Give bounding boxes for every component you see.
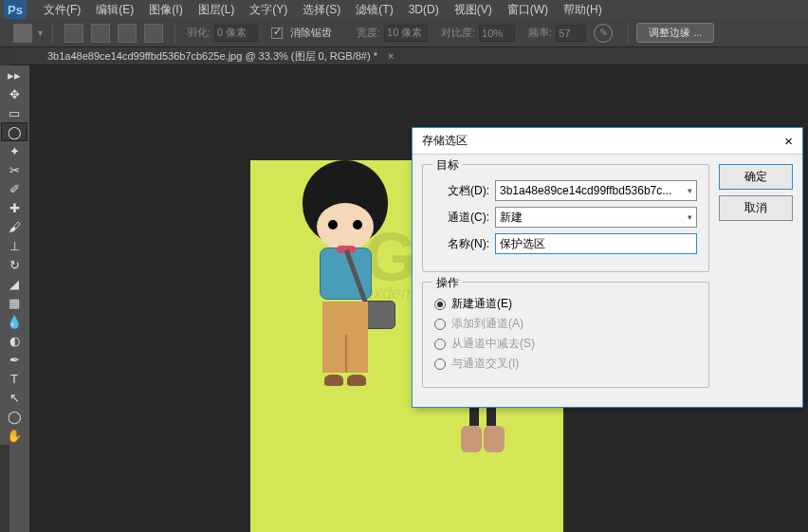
radio-intersect-channel: 与通道交叉(I) [434,356,697,372]
menu-select[interactable]: 选择(S) [295,2,348,18]
shape-tool[interactable]: ◯ [1,407,28,426]
hand-tool[interactable]: ✋ [1,426,28,445]
selection-subtract-icon[interactable] [118,24,137,43]
move-tool[interactable]: ✥ [1,84,28,103]
menu-edit[interactable]: 编辑(E) [88,2,141,18]
lasso-tool[interactable]: ◯ [1,122,28,141]
menu-3d[interactable]: 3D(D) [401,3,447,16]
target-fieldset: 目标 文档(D): 3b1a48e89ce14cd99ffbd536b7c...… [422,164,709,272]
antialias-label: 消除锯齿 [290,26,332,40]
eraser-tool[interactable]: ◢ [1,274,28,293]
save-selection-dialog: 存储选区 × 目标 文档(D): 3b1a48e89ce14cd99ffbd53… [412,127,803,408]
document-tab[interactable]: 3b1a48e89ce14cd99ffbd536b7cb625e.jpg @ 3… [36,49,405,64]
chevron-down-icon: ▾ [688,212,692,222]
radio-icon [434,299,446,310]
radio-label: 从通道中减去(S) [451,336,535,352]
menu-window[interactable]: 窗口(W) [500,2,556,18]
antialias-checkbox[interactable] [271,28,283,39]
magic-wand-tool[interactable]: ✦ [1,141,28,160]
radio-icon [434,339,446,350]
path-tool[interactable]: ↖ [1,388,28,407]
stamp-tool[interactable]: ⊥ [1,236,28,255]
radio-label: 添加到通道(A) [451,316,523,332]
menu-image[interactable]: 图像(I) [141,2,190,18]
marquee-tool[interactable]: ▭ [1,103,28,122]
document-tab-label: 3b1a48e89ce14cd99ffbd536b7cb625e.jpg @ 3… [47,50,377,62]
frequency-label: 频率: [528,26,552,40]
menu-help[interactable]: 帮助(H) [556,2,610,18]
contrast-label: 对比度: [441,26,475,40]
illustration-boy [279,160,412,390]
history-brush-tool[interactable]: ↻ [1,255,28,274]
menu-text[interactable]: 文字(Y) [242,2,295,18]
selection-intersect-icon[interactable] [144,24,163,43]
channel-select-value: 新建 [500,210,523,226]
radio-icon [434,358,446,370]
radio-label: 与通道交叉(I) [451,356,519,372]
channel-select[interactable]: 新建 ▾ [495,207,697,228]
eyedropper-tool[interactable]: ✐ [1,179,28,198]
radio-icon [434,319,446,330]
cancel-button[interactable]: 取消 [719,195,793,221]
menu-layer[interactable]: 图层(L) [191,2,243,18]
chevron-down-icon: ▾ [688,186,692,195]
dialog-close-icon[interactable]: × [784,133,793,149]
menubar: Ps 文件(F) 编辑(E) 图像(I) 图层(L) 文字(Y) 选择(S) 滤… [0,0,808,19]
name-input[interactable] [495,233,697,254]
refine-edge-button[interactable]: 调整边缘 ... [636,23,714,43]
document-label: 文档(D): [434,183,489,199]
contrast-input[interactable] [479,25,515,42]
tool-preset-icon[interactable] [13,24,32,43]
ok-button[interactable]: 确定 [719,164,793,190]
ps-logo: Ps [4,0,27,19]
menu-file[interactable]: 文件(F) [36,2,88,18]
tools-panel: ▸▸ ✥ ▭ ◯ ✦ ✂ ✐ ✚ 🖌 ⊥ ↻ ◢ ▦ 💧 ◐ ✒ T ↖ ◯ ✋ [0,65,29,445]
brush-tool[interactable]: 🖌 [1,217,28,236]
selection-add-icon[interactable] [91,24,110,43]
pen-pressure-icon[interactable]: ✎ [594,24,613,43]
width-label: 宽度: [357,26,380,40]
blur-tool[interactable]: 💧 [1,312,28,331]
document-tab-bar: 3b1a48e89ce14cd99ffbd536b7cb625e.jpg @ 3… [0,47,808,65]
pen-tool[interactable]: ✒ [1,350,28,369]
target-legend: 目标 [432,157,463,174]
frequency-input[interactable] [556,25,586,42]
expand-icon[interactable]: ▸▸ [1,65,28,84]
document-tab-close-icon[interactable]: × [388,50,394,62]
operation-legend: 操作 [432,275,463,291]
menu-filter[interactable]: 滤镜(T) [348,2,400,18]
text-tool[interactable]: T [1,369,28,388]
radio-add-channel: 添加到通道(A) [434,316,697,332]
menu-view[interactable]: 视图(V) [447,2,500,18]
radio-subtract-channel: 从通道中减去(S) [434,336,697,352]
document-select[interactable]: 3b1a48e89ce14cd99ffbd536b7c... ▾ [495,180,697,201]
radio-label: 新建通道(E) [451,296,512,312]
gradient-tool[interactable]: ▦ [1,293,28,312]
name-label: 名称(N): [434,236,489,252]
radio-new-channel[interactable]: 新建通道(E) [434,296,697,312]
options-bar: ▼ 羽化: 消除锯齿 宽度: 对比度: 频率: ✎ 调整边缘 ... [0,19,808,47]
dialog-title-text: 存储选区 [422,133,468,149]
width-input[interactable] [384,25,428,42]
dodge-tool[interactable]: ◐ [1,331,28,350]
selection-new-icon[interactable] [64,24,83,43]
operation-fieldset: 操作 新建通道(E) 添加到通道(A) 从通道中减去(S) 与通道交叉(I) [422,282,709,388]
feather-label: 羽化: [187,26,211,40]
crop-tool[interactable]: ✂ [1,160,28,179]
document-select-value: 3b1a48e89ce14cd99ffbd536b7c... [500,184,671,197]
healing-tool[interactable]: ✚ [1,198,28,217]
feather-input[interactable] [214,25,258,42]
channel-label: 通道(C): [434,210,489,226]
dialog-titlebar[interactable]: 存储选区 × [413,128,802,155]
